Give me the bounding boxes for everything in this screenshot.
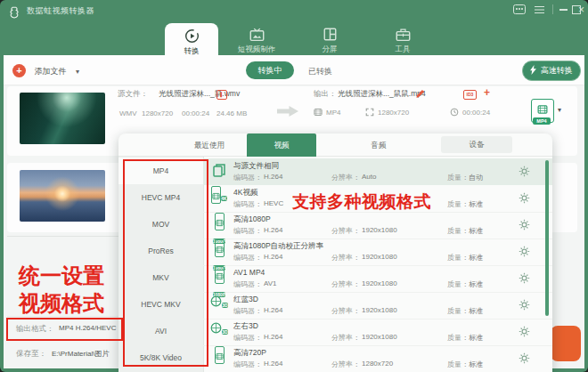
preset-settings-gear-icon[interactable] xyxy=(519,219,530,230)
tab-convert[interactable]: 转换 xyxy=(165,23,218,60)
resolution-label: 分辨率： xyxy=(331,279,360,289)
resolution-icon xyxy=(365,108,374,117)
save-location-path[interactable]: E:\PrMaterial\图片 xyxy=(52,349,121,359)
quality-value: 标准 xyxy=(469,226,483,236)
tab-converting[interactable]: 转换中 xyxy=(246,61,294,79)
preset-name: 4K视频 xyxy=(233,188,257,198)
toolbar xyxy=(4,55,584,85)
encoder-label: 编码器： xyxy=(233,173,262,182)
preset-row-720p[interactable]: 720P 高清720P 编码器： H.264 分辨率： 1280x720 质量：… xyxy=(203,345,552,372)
quality-label: 质量： xyxy=(447,360,469,369)
preset-settings-gear-icon[interactable] xyxy=(519,326,530,337)
panel-tab-video-label: 视频 xyxy=(274,141,290,150)
convert-arrow-icon xyxy=(277,106,298,117)
tab-converted[interactable]: 已转换 xyxy=(308,66,332,77)
tv-icon xyxy=(249,28,265,42)
preset-row-anaglyph-3d[interactable]: 3D 红蓝3D 编码器： H.264 分辨率： 1920x1080 质量： 标准 xyxy=(203,292,552,319)
toolbox-icon xyxy=(396,28,411,42)
encoder-label: 编码器： xyxy=(233,253,262,263)
preset-settings-gear-icon[interactable] xyxy=(519,192,530,204)
resolution-label: 分辨率： xyxy=(331,173,360,182)
panel-tab-video[interactable]: 视频 xyxy=(247,133,316,157)
resolution-label: 分辨率： xyxy=(331,360,360,369)
preset-name: 红蓝3D xyxy=(233,295,258,305)
lightning-icon xyxy=(530,65,536,75)
output-film-icon xyxy=(314,108,323,117)
quality-label: 质量： xyxy=(447,199,469,209)
preset-row-same-as-source[interactable]: 与源文件相同 编码器： H.264 分辨率： Auto 质量： 自动 xyxy=(203,158,552,185)
preset-row-av1-mp4[interactable]: 1080P AV1 MP4 编码器： AV1 分辨率： 1920x1080 质量… xyxy=(203,265,552,293)
preset-settings-gear-icon[interactable] xyxy=(519,166,530,177)
save-location-label: 保存至： xyxy=(16,349,46,360)
tab-tools[interactable]: 工具 xyxy=(376,26,429,55)
preset-name: 高清1080P xyxy=(233,214,271,225)
add-file-button[interactable]: + 添加文件 ▾ xyxy=(12,61,79,77)
annotation-multi-format: 支持多种视频格式 xyxy=(292,190,431,214)
tab-short-video-label: 短视频制作 xyxy=(230,44,283,55)
quality-value: 标准 xyxy=(469,253,483,263)
tab-short-video[interactable]: 短视频制作 xyxy=(230,26,283,55)
panel-tab-audio-label: 音频 xyxy=(372,141,387,150)
encoder-label: 编码器： xyxy=(233,360,262,369)
add-file-caret-icon: ▾ xyxy=(76,68,79,76)
quality-value: 标准 xyxy=(469,306,483,316)
format-caret-icon[interactable]: ▾ xyxy=(558,106,561,114)
annotation-box-format-list xyxy=(123,159,208,367)
encoder-label: 编码器： xyxy=(233,226,262,236)
output-label: 输出： xyxy=(314,89,337,100)
app-window: 数据蛙视频转换器 × 转换 短视频制作 分屏 工具 + 添加文件 ▾ 转换中 已… xyxy=(0,0,588,372)
3d-ball-icon: 3D xyxy=(210,321,228,337)
id3-tag-icon[interactable]: ID3 xyxy=(463,90,477,100)
resolution-label: 分辨率： xyxy=(331,226,360,236)
preset-row-1080p-autocorrect[interactable]: 1080P 高清1080P自动校正分辨率 编码器： H.264 分辨率： 192… xyxy=(203,239,552,266)
preset-name: AV1 MP4 xyxy=(233,268,265,277)
preset-settings-gear-icon[interactable] xyxy=(519,352,530,364)
preset-settings-gear-icon[interactable] xyxy=(519,246,530,257)
fast-convert-label: 高速转换 xyxy=(541,66,573,75)
panel-tab-recent[interactable]: 最近使用 xyxy=(172,133,247,157)
convert-all-button[interactable] xyxy=(551,326,581,361)
close-button[interactable]: × xyxy=(578,4,584,15)
source-format: WMV xyxy=(119,109,137,117)
titlebar-divider xyxy=(552,4,553,14)
panel-tab-device-label: 设备 xyxy=(470,140,485,149)
panel-tab-audio[interactable]: 音频 xyxy=(343,133,414,157)
preset-row-sbs-3d[interactable]: 3D 左右3D 编码器： H.264 分辨率： 1920x1080 质量： 标准 xyxy=(203,319,552,346)
badge-film-icon xyxy=(537,104,548,115)
tab-split-screen[interactable]: 分屏 xyxy=(303,26,356,55)
add-effect-icon[interactable]: + xyxy=(484,86,490,99)
preset-settings-gear-icon[interactable] xyxy=(519,272,530,284)
quality-label: 质量： xyxy=(447,173,469,182)
output-file-name: 光线照进深林..._鼠鼠.mp4 xyxy=(338,89,426,100)
tab-split-screen-label: 分屏 xyxy=(303,44,356,55)
preset-row-1080p[interactable]: 1080P 高清1080P 编码器： H.264 分辨率： 1920x1080 … xyxy=(203,212,552,239)
panel-tab-device[interactable]: 设备 xyxy=(441,136,512,153)
fast-convert-button[interactable]: 高速转换 xyxy=(522,61,581,81)
preset-name: 左右3D xyxy=(233,321,258,332)
quality-label: 质量： xyxy=(447,279,469,289)
quality-label: 质量： xyxy=(447,253,469,263)
resolution-value: Auto xyxy=(362,173,376,181)
resolution-label: 分辨率： xyxy=(331,253,360,263)
preset-settings-gear-icon[interactable] xyxy=(519,299,530,311)
rename-pencil-icon[interactable] xyxy=(415,89,425,99)
quality-value: 标准 xyxy=(469,333,483,343)
encoder-value: H.264 xyxy=(264,173,282,181)
quality-value: 标准 xyxy=(469,199,483,209)
source-thumbnail xyxy=(20,93,105,144)
panel-tab-recent-label: 最近使用 xyxy=(194,141,225,150)
menu-icon[interactable] xyxy=(535,5,544,7)
feedback-icon[interactable] xyxy=(513,4,526,14)
annotation-line1: 统一设置 xyxy=(9,262,114,289)
duration-clock-icon xyxy=(450,108,459,117)
source-info-icon[interactable]: ▌ xyxy=(216,90,227,100)
encoder-value: H.264 xyxy=(264,226,282,234)
panel-scrollbar[interactable] xyxy=(545,160,549,316)
minimize-button[interactable] xyxy=(559,4,568,11)
quality-value: 标准 xyxy=(469,360,483,369)
video-badge-icon: 4K xyxy=(210,188,228,204)
add-icon: + xyxy=(12,64,26,77)
3d-ball-icon: 3D xyxy=(210,295,228,311)
output-format-badge[interactable]: MP4 xyxy=(531,99,554,123)
resolution-label: 分辨率： xyxy=(331,306,360,316)
